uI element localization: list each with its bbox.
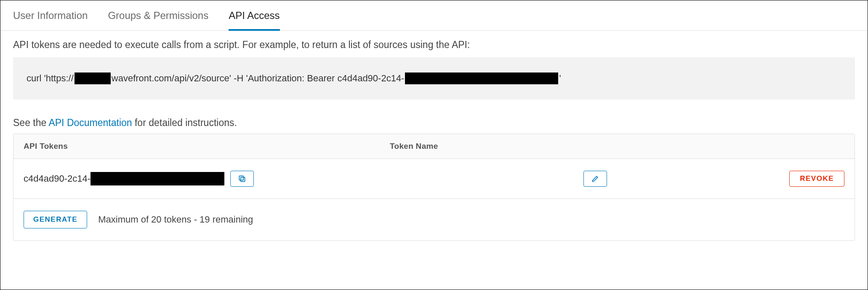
curl-part2: wavefront.com/api/v2/source' -H 'Authori… bbox=[112, 73, 405, 84]
table-header: API Tokens Token Name bbox=[13, 134, 855, 159]
tab-groups-permissions[interactable]: Groups & Permissions bbox=[108, 0, 208, 31]
intro-text: API tokens are needed to execute calls f… bbox=[13, 39, 855, 51]
tokens-remaining-text: Maximum of 20 tokens - 19 remaining bbox=[98, 214, 253, 225]
generate-button[interactable]: GENERATE bbox=[24, 211, 87, 228]
tab-api-access[interactable]: API Access bbox=[229, 0, 280, 31]
svg-rect-0 bbox=[241, 177, 245, 182]
col-header-actions bbox=[760, 142, 844, 151]
tab-user-information[interactable]: User Information bbox=[13, 0, 88, 31]
token-value: c4d4ad90-2c14- bbox=[24, 172, 224, 185]
doc-suffix: for detailed instructions. bbox=[132, 117, 237, 128]
revoke-button[interactable]: REVOKE bbox=[789, 171, 844, 187]
doc-text: See the API Documentation for detailed i… bbox=[13, 117, 855, 129]
svg-rect-1 bbox=[239, 176, 243, 180]
token-actions-cell: REVOKE bbox=[760, 171, 844, 187]
redacted-token-suffix bbox=[405, 72, 558, 84]
col-header-token-name: Token Name bbox=[390, 142, 760, 151]
pencil-icon bbox=[591, 175, 599, 183]
doc-prefix: See the bbox=[13, 117, 48, 128]
col-header-api-tokens: API Tokens bbox=[24, 142, 390, 151]
table-row: c4d4ad90-2c14- bbox=[13, 159, 855, 199]
curl-part3: ' bbox=[559, 73, 561, 84]
curl-part1: curl 'https:// bbox=[27, 73, 74, 84]
curl-example: curl 'https:// wavefront.com/api/v2/sour… bbox=[13, 57, 855, 99]
copy-token-button[interactable] bbox=[230, 171, 254, 187]
api-documentation-link[interactable]: API Documentation bbox=[48, 117, 132, 128]
table-footer: GENERATE Maximum of 20 tokens - 19 remai… bbox=[13, 199, 855, 240]
token-cell: c4d4ad90-2c14- bbox=[24, 171, 390, 187]
redacted-token-row bbox=[91, 172, 224, 185]
tab-bar: User Information Groups & Permissions AP… bbox=[0, 0, 868, 31]
tokens-table: API Tokens Token Name c4d4ad90-2c14- bbox=[13, 134, 855, 241]
edit-token-name-button[interactable] bbox=[583, 171, 607, 187]
token-prefix: c4d4ad90-2c14- bbox=[24, 173, 91, 184]
redacted-host bbox=[75, 72, 111, 84]
copy-icon bbox=[238, 175, 246, 183]
token-name-cell bbox=[390, 171, 760, 187]
